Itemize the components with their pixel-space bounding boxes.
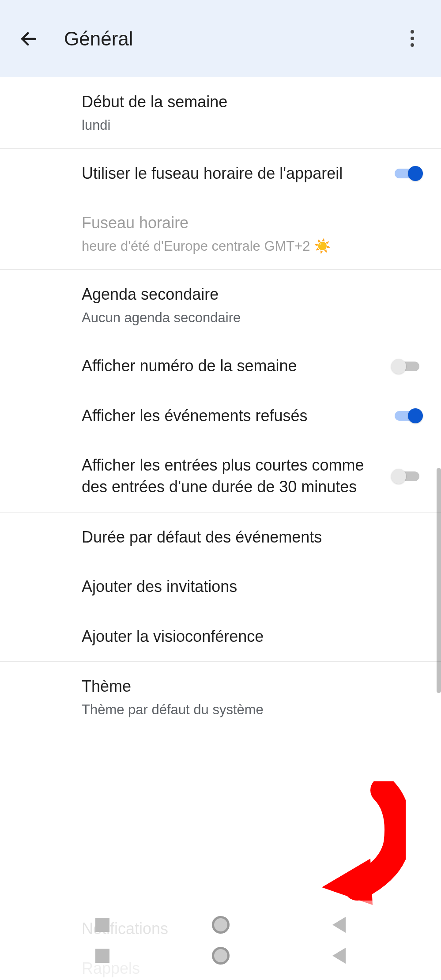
- toggle-switch[interactable]: [390, 164, 423, 183]
- svg-point-2: [411, 37, 414, 40]
- setting-label: Ajouter la visioconférence: [82, 626, 370, 648]
- setting-label: Agenda secondaire: [82, 284, 370, 305]
- settings-list: Début de la semaine lundi Utiliser le fu…: [0, 77, 441, 733]
- setting-label: Utiliser le fuseau horaire de l'appareil: [82, 163, 370, 185]
- toggle-switch[interactable]: [390, 467, 423, 486]
- page-title: Général: [64, 28, 133, 50]
- svg-point-1: [411, 30, 414, 34]
- nav-home-icon[interactable]: [212, 916, 230, 934]
- setting-value: Aucun agenda secondaire: [82, 309, 370, 327]
- setting-add-video-conference[interactable]: Ajouter la visioconférence: [0, 612, 441, 662]
- setting-timezone: Fuseau horaire heure d'été d'Europe cent…: [0, 198, 441, 270]
- app-bar: Général: [0, 0, 441, 77]
- setting-show-short-entries[interactable]: Afficher les entrées plus courtes comme …: [0, 441, 441, 512]
- setting-show-declined[interactable]: Afficher les événements refusés: [0, 391, 441, 441]
- setting-show-week-number[interactable]: Afficher numéro de la semaine: [0, 341, 441, 391]
- back-arrow-icon[interactable]: [18, 28, 40, 50]
- setting-label: Fuseau horaire: [82, 212, 370, 234]
- system-nav-bar: [0, 901, 441, 980]
- setting-add-invitations[interactable]: Ajouter des invitations: [0, 562, 441, 612]
- setting-value: Thème par défaut du système: [82, 701, 370, 719]
- setting-label: Début de la semaine: [82, 91, 370, 113]
- setting-secondary-agenda[interactable]: Agenda secondaire Aucun agenda secondair…: [0, 270, 441, 341]
- setting-label: Durée par défaut des événements: [82, 527, 370, 548]
- svg-point-3: [411, 43, 414, 47]
- more-vert-icon[interactable]: [401, 27, 423, 49]
- setting-value: lundi: [82, 117, 370, 134]
- setting-theme[interactable]: Thème Thème par défaut du système: [0, 662, 441, 733]
- setting-label: Ajouter des invitations: [82, 576, 370, 598]
- nav-recents-icon[interactable]: [95, 918, 109, 932]
- nav-home-icon[interactable]: [212, 947, 230, 965]
- setting-label: Afficher les événements refusés: [82, 405, 370, 427]
- setting-label: Thème: [82, 676, 370, 697]
- annotation-arrow-icon: [295, 781, 406, 907]
- nav-back-icon[interactable]: [332, 917, 346, 933]
- scrollbar-thumb[interactable]: [437, 468, 441, 693]
- setting-label: Afficher les entrées plus courtes comme …: [82, 455, 370, 498]
- nav-recents-icon[interactable]: [95, 949, 109, 963]
- nav-back-icon[interactable]: [332, 948, 346, 964]
- toggle-switch[interactable]: [390, 357, 423, 376]
- setting-week-start[interactable]: Début de la semaine lundi: [0, 77, 441, 149]
- setting-value: heure d'été d'Europe centrale GMT+2 ☀️: [82, 237, 370, 255]
- toggle-switch[interactable]: [390, 407, 423, 425]
- setting-default-duration[interactable]: Durée par défaut des événements: [0, 513, 441, 562]
- setting-use-device-timezone[interactable]: Utiliser le fuseau horaire de l'appareil: [0, 149, 441, 199]
- setting-label: Afficher numéro de la semaine: [82, 355, 370, 377]
